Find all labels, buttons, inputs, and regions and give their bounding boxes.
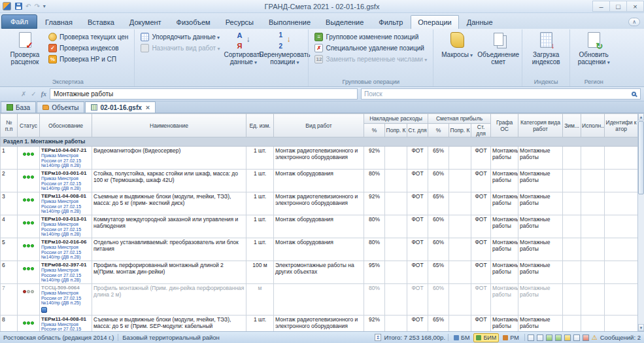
- collapse-ribbon-icon[interactable]: ∧: [628, 18, 640, 26]
- check-nr-sp-button[interactable]: % Проверка НР и СП: [46, 55, 130, 63]
- row-justification[interactable]: ТЕРм11-04-008-01Приказ Минстроя России о…: [40, 192, 92, 215]
- cancel-icon[interactable]: ✗: [21, 90, 26, 98]
- table-row[interactable]: 5ТЕРм10-02-016-06Приказ Минстроя России …: [1, 238, 638, 261]
- ribbon-tab-Выполнение[interactable]: Выполнение: [262, 15, 318, 29]
- doc-tab-02-01-16.gsfx[interactable]: 02-01-16.gsfx×: [85, 101, 156, 113]
- header-winter[interactable]: Зим...: [563, 114, 581, 137]
- group-change-button[interactable]: ≡ Групповое изменение позиций: [313, 33, 429, 41]
- ribbon-tab-Фильтр[interactable]: Фильтр: [371, 15, 410, 29]
- row-justification[interactable]: ТССЦ-509-0064Приказ Минстроя России от 2…: [40, 284, 92, 316]
- header-work-type[interactable]: Вид работ: [274, 114, 364, 137]
- ribbon-tab-Документ[interactable]: Документ: [122, 15, 169, 29]
- vertical-scrollbar[interactable]: ▲ ▼: [637, 113, 644, 331]
- table-row[interactable]: 8ТЕРм11-04-008-01Приказ Минстроя России …: [1, 315, 638, 331]
- view-toggle-icon[interactable]: [573, 334, 580, 341]
- header-category[interactable]: Категория вида работ: [518, 114, 563, 137]
- view-toggle-icon[interactable]: [528, 334, 534, 341]
- order-link[interactable]: Приказ Минстроя России от 27.02.15 №140/…: [41, 199, 90, 214]
- header-nr-percent[interactable]: %: [364, 124, 385, 137]
- check-rates-button[interactable]: ✓ Проверка расценок: [5, 30, 44, 65]
- view-toggle-icon[interactable]: [564, 334, 571, 341]
- order-link[interactable]: Приказ Минстроя России от 27.02.15 №140/…: [41, 291, 90, 306]
- order-link[interactable]: Приказ Минстроя России от 27.02.15 №140/…: [41, 322, 90, 332]
- view-toggle-icon[interactable]: [546, 334, 552, 341]
- renumber-positions-button[interactable]: 12↓ Перенумеровать позиции: [265, 30, 304, 66]
- close-button[interactable]: ×: [626, 1, 644, 12]
- order-link[interactable]: Приказ Минстроя России от 27.02.15 №140/…: [41, 222, 90, 237]
- scroll-up-icon[interactable]: ▲: [638, 113, 644, 120]
- order-link[interactable]: Приказ Минстроя России от 27.02.15 №140/…: [41, 245, 90, 260]
- header-unit[interactable]: Ед. изм.: [246, 114, 274, 137]
- header-grafa-os[interactable]: Графа ОС: [491, 114, 518, 137]
- sort-data-button[interactable]: АЯ↓ Сортировать данные: [224, 30, 263, 66]
- order-link[interactable]: Приказ Минстроя России от 27.02.15 №140/…: [41, 268, 90, 283]
- update-rates-button[interactable]: ↻ Обновить расценки: [574, 30, 613, 66]
- table-row[interactable]: 2ТЕРм10-03-001-01Приказ Минстроя России …: [1, 170, 638, 192]
- ribbon-tab-Главная[interactable]: Главная: [38, 15, 80, 29]
- ribbon-tab-Файл[interactable]: Файл: [1, 14, 37, 29]
- redo-icon[interactable]: ↷: [34, 3, 39, 10]
- close-tab-icon[interactable]: ×: [146, 104, 150, 111]
- table-row[interactable]: 1ТЕРм10-04-067-21Приказ Минстроя России …: [1, 147, 638, 170]
- search-input[interactable]: Поиск: [361, 88, 641, 99]
- header-sp-st-dlya[interactable]: Ст. для: [471, 124, 491, 137]
- confirm-icon[interactable]: ✓: [31, 90, 36, 98]
- assign-work-type-button[interactable]: Назначить вид работ: [139, 44, 222, 52]
- ribbon-tab-Операции[interactable]: Операции: [411, 15, 458, 29]
- header-executor[interactable]: Исполн...: [581, 114, 605, 137]
- macros-button[interactable]: Макросы: [437, 30, 477, 59]
- header-name[interactable]: Наименование: [92, 114, 246, 137]
- table-row[interactable]: 3ТЕРм11-04-008-01Приказ Минстроя России …: [1, 192, 638, 215]
- row-justification[interactable]: ТЕРм10-02-016-06Приказ Минстроя России о…: [40, 238, 92, 261]
- row-justification[interactable]: ТЕРм11-04-008-01Приказ Минстроя России о…: [40, 315, 92, 331]
- scroll-down-icon[interactable]: ▼: [638, 324, 644, 331]
- row-justification[interactable]: ТЕРм10-03-013-01Приказ Минстроя России о…: [40, 215, 92, 238]
- merge-estimates-button[interactable]: Объединение смет: [479, 30, 518, 65]
- order-data-button[interactable]: Упорядочить данные: [139, 33, 222, 41]
- header-nr-popr-k[interactable]: Попр. К: [385, 124, 407, 137]
- section-row[interactable]: Раздел 1. Монтажные работы: [1, 137, 638, 147]
- order-link[interactable]: Приказ Минстроя России от 27.02.15 №140/…: [41, 153, 90, 168]
- header-sp-popr-k[interactable]: Попр. К: [449, 124, 471, 137]
- view-toggle-icon[interactable]: [583, 334, 589, 341]
- order-link[interactable]: Приказ Минстроя России от 27.02.15 №140/…: [41, 176, 90, 191]
- fx-icon[interactable]: fx: [41, 90, 46, 98]
- mode-button-РМ[interactable]: РМ: [500, 333, 521, 342]
- ribbon-tab-Физобъем[interactable]: Физобъем: [169, 15, 218, 29]
- header-identifier[interactable]: Идентифи катор: [605, 114, 638, 137]
- ribbon-tab-Вставка[interactable]: Вставка: [80, 15, 122, 29]
- doc-tab-База[interactable]: База: [1, 101, 36, 113]
- replace-variables-button[interactable]: 12 Заменить переменные числами: [313, 55, 429, 63]
- row-justification[interactable]: ТЕРм10-03-001-01Приказ Минстроя России о…: [40, 170, 92, 192]
- view-toggle-icon[interactable]: [537, 334, 543, 341]
- save-icon[interactable]: [15, 3, 22, 10]
- minimize-button[interactable]: –: [592, 1, 610, 12]
- table-row[interactable]: 4ТЕРм10-03-013-01Приказ Минстроя России …: [1, 215, 638, 238]
- formula-input[interactable]: Монтажные работы: [50, 88, 358, 99]
- table-row[interactable]: 7ТССЦ-509-0064Приказ Минстроя России от …: [1, 284, 638, 316]
- mode-button-БМ[interactable]: БМ: [451, 333, 472, 342]
- row-justification[interactable]: ТЕРм08-02-397-01Приказ Минстроя России о…: [40, 261, 92, 284]
- mode-button-БИМ[interactable]: БИМ: [473, 333, 499, 342]
- scrollbar-thumb[interactable]: [638, 121, 644, 194]
- maximize-button[interactable]: □: [609, 1, 627, 12]
- ribbon-tab-Ресурсы[interactable]: Ресурсы: [218, 15, 261, 29]
- search-icon[interactable]: [632, 92, 636, 96]
- load-indexes-button[interactable]: ↓ Загрузка индексов: [526, 30, 566, 65]
- header-status[interactable]: Статус: [18, 114, 40, 137]
- undo-icon[interactable]: ↶: [25, 3, 31, 10]
- check-indexes-button[interactable]: ✓ Проверка индексов: [46, 44, 130, 52]
- doc-tab-Объекты[interactable]: Объекты: [37, 101, 84, 113]
- header-sp-percent[interactable]: %: [428, 124, 449, 137]
- check-current-prices-button[interactable]: Проверка текущих цен: [46, 33, 130, 41]
- header-overheads[interactable]: Накладные расходы: [364, 114, 428, 124]
- table-row[interactable]: 6ТЕРм08-02-397-01Приказ Минстроя России …: [1, 261, 638, 284]
- messages-label[interactable]: Сообщений: 2: [600, 334, 641, 341]
- header-num[interactable]: № п.п: [1, 114, 18, 137]
- header-profit[interactable]: Сметная прибыль: [428, 114, 491, 124]
- ribbon-tab-Данные[interactable]: Данные: [460, 15, 500, 29]
- ribbon-tab-Выделение[interactable]: Выделение: [318, 15, 371, 29]
- header-justification[interactable]: Обоснование: [40, 114, 92, 137]
- special-delete-button[interactable]: ✗ Специальное удаление позиций: [313, 44, 429, 52]
- row-justification[interactable]: ТЕРм10-04-067-21Приказ Минстроя России о…: [40, 147, 92, 170]
